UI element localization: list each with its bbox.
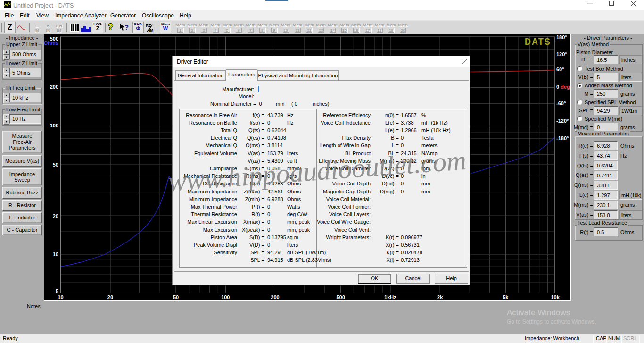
svg-text:?: ? bbox=[124, 23, 129, 31]
